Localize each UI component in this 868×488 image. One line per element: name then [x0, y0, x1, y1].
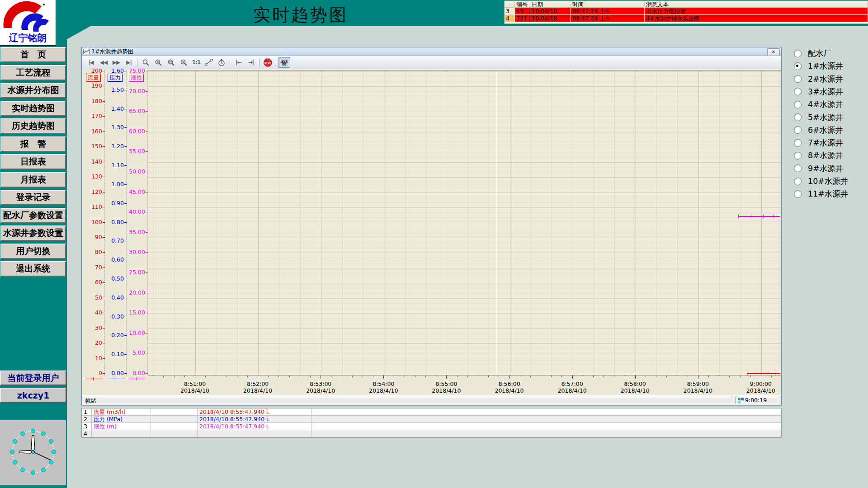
gridline-h-minor	[148, 81, 781, 82]
well-option-label: 2#水源井	[808, 74, 843, 84]
x-tick-mark	[195, 375, 195, 379]
gridline-v-minor	[216, 70, 217, 375]
legend-row-number: 2	[82, 416, 92, 423]
gridline-v-minor	[300, 70, 301, 375]
sidebar-item-13[interactable]: 退出系统	[0, 261, 66, 277]
x-tick-minor	[677, 375, 677, 377]
well-option-label: 1#水源井	[808, 61, 843, 71]
legend-row-number: 4	[82, 430, 92, 437]
sidebar-item-3[interactable]: 水源井分布图	[0, 83, 66, 98]
trend-marker	[775, 372, 775, 375]
y-tick-label: 70	[80, 265, 102, 270]
y-tick-label: 130	[80, 174, 102, 179]
well-option-11水源井[interactable]: 11#水源井	[794, 188, 848, 199]
y-tick-mark	[146, 172, 148, 172]
x-tick-minor	[226, 375, 227, 377]
sidebar-item-2[interactable]: 工艺流程	[0, 65, 66, 80]
well-option-label: 7#水源井	[808, 137, 843, 148]
legend-row[interactable]: 2压力 (MPa)2018/4/10 8:55:47.940 i.	[82, 416, 781, 423]
sidebar-item-7[interactable]: 日报表	[0, 154, 66, 169]
plot-area[interactable]	[148, 70, 781, 375]
well-option-9水源井[interactable]: 9#水源井	[794, 163, 843, 174]
well-option-5水源井[interactable]: 5#水源井	[794, 112, 843, 123]
gridline-h-minor	[148, 97, 781, 97]
x-tick-mark	[698, 375, 698, 379]
y-tick-label: 40.00	[123, 209, 145, 215]
well-option-2水源井[interactable]: 2#水源井	[794, 74, 843, 84]
logo-swoosh-icon	[0, 0, 56, 34]
well-option-3水源井[interactable]: 3#水源井	[794, 86, 843, 97]
x-tick-minor	[520, 375, 520, 377]
second-hand	[33, 452, 51, 460]
gridline-h	[148, 253, 781, 253]
y-tick-mark	[146, 71, 148, 71]
alarm-row[interactable]: 472110/04/1808:47:24 上午4#水源井排水泵故障	[505, 15, 868, 22]
x-tick-minor	[247, 375, 248, 377]
username-button[interactable]: zkczy1	[0, 388, 66, 403]
y-tick-label: 10.00	[123, 330, 145, 336]
gridline-v-minor	[656, 70, 657, 375]
well-option-8水源井[interactable]: 8#水源井	[794, 150, 843, 161]
legend-extra-cell	[311, 416, 781, 423]
well-option-label: 10#水源井	[808, 176, 848, 187]
status-text: 就绪	[83, 397, 734, 404]
well-option-10水源井[interactable]: 10#水源井	[794, 176, 848, 187]
x-tick-time: 8:56:00	[489, 380, 530, 387]
gridline-v	[321, 70, 321, 375]
y-tick-label: 1.00	[101, 182, 124, 187]
well-option-7水源井[interactable]: 7#水源井	[794, 137, 843, 148]
chart-cursor-line[interactable]	[497, 70, 497, 375]
y-tick-mark	[146, 293, 148, 293]
alarm-id: 40	[515, 8, 530, 15]
gridline-v	[510, 70, 510, 375]
x-tick-minor	[740, 375, 741, 377]
sidebar-item-5[interactable]: 历史趋势图	[0, 118, 66, 134]
legend-row[interactable]: 3液位 (m)2018/4/10 8:55:47.940 i.	[82, 423, 781, 430]
y-tick-mark	[146, 151, 148, 152]
y-tick-label: 0.90	[101, 201, 124, 206]
y-tick-mark	[146, 131, 148, 132]
well-option-6水源井[interactable]: 6#水源井	[794, 125, 843, 136]
y-tick-label: 60.00	[123, 129, 145, 134]
radio-unselected-icon	[794, 152, 802, 160]
alarm-row[interactable]: 34010/04/1808:47:24 上午出水压力低报警	[505, 8, 868, 15]
y-tick-label: 0.00	[101, 371, 124, 376]
y-tick-label: 70.00	[123, 89, 145, 94]
sidebar-item-8[interactable]: 月报表	[0, 172, 66, 188]
legend-extra-cell	[311, 430, 781, 437]
gridline-h-minor	[148, 333, 781, 334]
y-tick-label: 0.00	[123, 371, 145, 376]
legend-timestamp: 2018/4/10 8:55:47.940 i.	[198, 416, 311, 423]
gridline-h-minor	[148, 217, 781, 218]
sidebar-item-6[interactable]: 报 警	[0, 136, 66, 152]
sidebar-item-11[interactable]: 水源井参数设置	[0, 225, 66, 241]
sidebar-item-12[interactable]: 用户切换	[0, 244, 66, 259]
sidebar-item-9[interactable]: 登录记录	[0, 190, 66, 205]
y-tick-mark	[103, 192, 105, 192]
well-option-4水源井[interactable]: 4#水源井	[794, 99, 843, 110]
x-tick-minor	[457, 375, 458, 377]
well-option-配水厂[interactable]: 配水厂	[794, 48, 832, 59]
legend-row[interactable]: 1流量 (m3/h)2018/4/10 8:55:47.940 i.	[82, 408, 781, 416]
radio-unselected-icon	[794, 113, 802, 121]
sidebar-item-1[interactable]: 首 页	[0, 47, 66, 62]
radio-unselected-icon	[794, 190, 802, 198]
gridline-h-minor	[148, 338, 781, 339]
trend-chart[interactable]: 2001901801701601501401301201101009080706…	[82, 47, 781, 405]
alarm-table: 编号日期时间消息文本 34010/04/1808:47:24 上午出水压力低报警…	[504, 0, 868, 24]
x-tick-minor	[541, 375, 541, 377]
gridline-v-minor	[175, 70, 175, 375]
sidebar-item-4[interactable]: 实时趋势图	[0, 101, 66, 116]
current-user-label-button[interactable]: 当前登录用户	[0, 371, 66, 385]
y-tick-label: 35.00	[123, 230, 145, 235]
alarm-header-time: 时间	[571, 1, 645, 8]
gridline-h	[148, 313, 781, 314]
sidebar-item-10[interactable]: 配水厂参数设置	[0, 208, 66, 223]
well-option-1水源井[interactable]: 1#水源井	[794, 61, 843, 71]
x-tick-minor	[656, 375, 656, 377]
legend-row[interactable]: 4	[82, 430, 781, 437]
x-tick-minor	[646, 375, 646, 377]
status-time: 9:00:19	[745, 397, 767, 404]
gridline-h-minor	[148, 182, 781, 183]
x-tick-date: 2018/4/10	[300, 387, 341, 394]
